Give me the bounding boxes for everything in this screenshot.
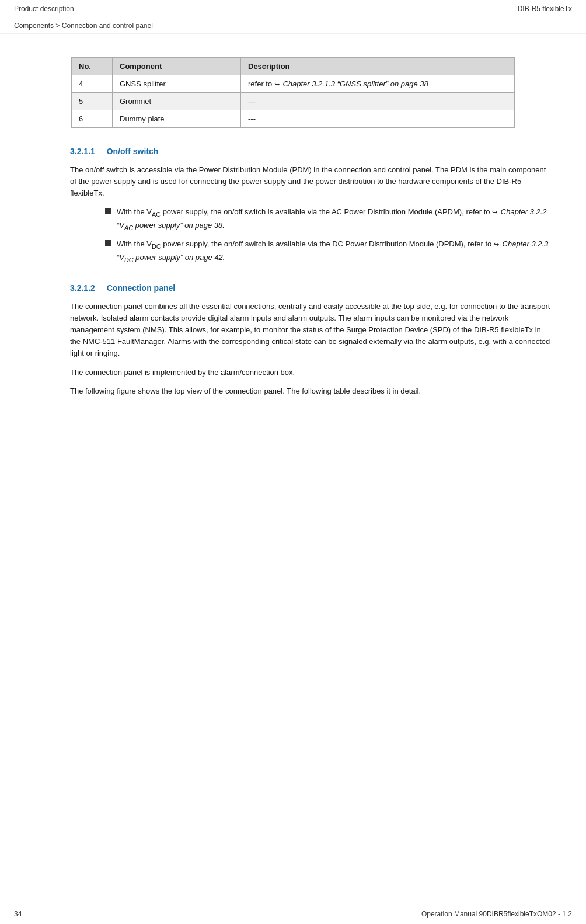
- table-row: 6 Dummy plate ---: [72, 110, 515, 128]
- header-right: DIB-R5 flexibleTx: [518, 5, 572, 13]
- table-header-no: No.: [72, 58, 113, 75]
- table-row: 4 GNSS splitter refer to ↪ Chapter 3.2.1…: [72, 75, 515, 93]
- footer-manual-info: Operation Manual 90DIBR5flexibleTxOM02 -…: [421, 910, 572, 918]
- bullet-list-3211: With the VAC power supply, the on/off sw…: [105, 206, 551, 265]
- breadcrumb-text: Components > Connection and control pane…: [14, 22, 153, 30]
- table-header-description: Description: [241, 58, 515, 75]
- main-content: No. Component Description 4 GNSS splitte…: [0, 34, 586, 439]
- list-item: With the VDC power supply, the on/off sw…: [105, 238, 551, 265]
- section-3212-number: 3.2.1.2: [70, 283, 95, 293]
- section-3212-heading: 3.2.1.2 Connection panel: [70, 283, 551, 293]
- bullet-text-2: With the VDC power supply, the on/off sw…: [117, 238, 551, 265]
- section-3212-title: Connection panel: [107, 283, 175, 293]
- section-3212-para1: The connection panel combines all the es…: [70, 301, 551, 360]
- link-icon-2: ↪: [492, 209, 497, 216]
- table-cell-no: 4: [72, 75, 113, 93]
- bullet-icon-2: [105, 240, 111, 246]
- section-3211-para1: The on/off switch is accessible via the …: [70, 164, 551, 199]
- section-3211-number: 3.2.1.1: [70, 147, 95, 156]
- section-3212-para2: The connection panel is implemented by t…: [70, 367, 551, 378]
- table-cell-component: Grommet: [113, 93, 241, 110]
- header-left: Product description: [14, 5, 74, 13]
- description-link[interactable]: Chapter 3.2.1.3 “GNSS splitter” on page …: [281, 79, 428, 88]
- page-footer: 34 Operation Manual 90DIBR5flexibleTxOM0…: [0, 904, 586, 924]
- table-cell-no: 6: [72, 110, 113, 128]
- breadcrumb: Components > Connection and control pane…: [0, 18, 586, 34]
- page-header: Product description DIB-R5 flexibleTx: [0, 0, 586, 18]
- section-3212: 3.2.1.2 Connection panel The connection …: [70, 283, 551, 397]
- link-icon-3: ↪: [494, 241, 499, 248]
- component-table: No. Component Description 4 GNSS splitte…: [71, 57, 515, 128]
- table-cell-description: refer to ↪ Chapter 3.2.1.3 “GNSS splitte…: [241, 75, 515, 93]
- section-3212-para3: The following figure shows the top view …: [70, 385, 551, 397]
- table-cell-description: ---: [241, 110, 515, 128]
- footer-page-number: 34: [14, 910, 22, 918]
- table-cell-component: GNSS splitter: [113, 75, 241, 93]
- section-3211-title: On/off switch: [107, 147, 159, 156]
- section-3211-heading: 3.2.1.1 On/off switch: [70, 147, 551, 156]
- link-icon-1: ↪: [274, 81, 280, 88]
- table-cell-description: ---: [241, 93, 515, 110]
- table-header-component: Component: [113, 58, 241, 75]
- bullet-icon-1: [105, 208, 111, 214]
- bullet-text-1: With the VAC power supply, the on/off sw…: [117, 206, 551, 232]
- section-3211: 3.2.1.1 On/off switch The on/off switch …: [70, 147, 551, 265]
- table-cell-component: Dummy plate: [113, 110, 241, 128]
- table-row: 5 Grommet ---: [72, 93, 515, 110]
- description-prefix: refer to: [248, 79, 274, 88]
- table-cell-no: 5: [72, 93, 113, 110]
- list-item: With the VAC power supply, the on/off sw…: [105, 206, 551, 232]
